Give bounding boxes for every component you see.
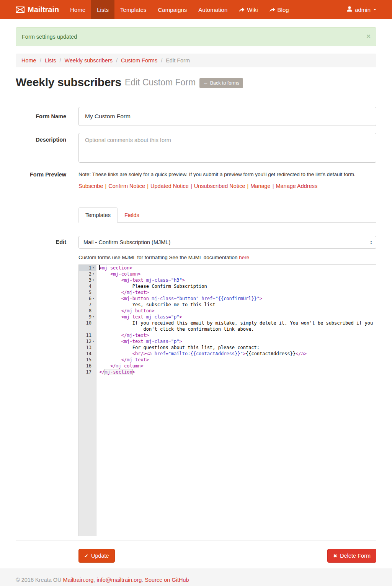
mjml-help-text: Custom forms use MJML for formatting See… xyxy=(78,255,376,260)
code-token xyxy=(99,314,121,320)
code-row: 12▾ <mj-text mj-class="p"> xyxy=(79,338,376,344)
breadcrumb-link-lists[interactable]: Lists xyxy=(45,57,56,64)
gutter-cell: 11 xyxy=(79,332,96,338)
link-separator: | xyxy=(189,183,194,189)
fold-arrow-icon[interactable]: ▾ xyxy=(91,277,95,283)
breadcrumb-link-custom-forms[interactable]: Custom Forms xyxy=(121,57,157,64)
description-textarea[interactable] xyxy=(78,133,376,163)
form-name-input[interactable] xyxy=(78,107,376,126)
update-button[interactable]: ✔ Update xyxy=(78,549,115,563)
code-token: <mj-text xyxy=(121,314,144,320)
nav-item-label: Home xyxy=(70,7,85,13)
template-select[interactable]: Mail - Confirm Subscription (MJML) xyxy=(78,236,376,249)
code-token: "button" xyxy=(176,296,199,301)
preview-link-manage-address[interactable]: Manage Address xyxy=(276,183,317,189)
link-separator: | xyxy=(271,183,276,189)
nav-item-templates[interactable]: Templates xyxy=(114,0,152,19)
code-token: Please Confirm Subscription xyxy=(99,284,207,289)
code-line: </mj-text> xyxy=(96,289,149,295)
code-token: <mj-button xyxy=(121,296,149,301)
tab-bar: TemplatesFields xyxy=(78,207,376,223)
code-line: <mj-text mj-class="p"> xyxy=(96,314,182,320)
footer-link-mailtrain-org[interactable]: Mailtrain.org xyxy=(63,577,94,583)
code-token: href= xyxy=(155,351,168,356)
edit-label: Edit xyxy=(16,236,66,536)
nav-item-automation[interactable]: Automation xyxy=(193,0,233,19)
line-number: 6 xyxy=(89,295,91,302)
code-token: > xyxy=(243,351,246,356)
link-separator: | xyxy=(145,183,150,189)
code-token: "p" xyxy=(171,314,180,320)
tab-templates[interactable]: Templates xyxy=(78,207,118,223)
nav-item-label: Templates xyxy=(120,7,146,13)
line-number: 10 xyxy=(86,320,91,326)
x-icon: ✖ xyxy=(333,553,337,559)
line-number: 4 xyxy=(89,283,91,289)
code-token xyxy=(99,357,121,362)
code-row: 4 Please Confirm Subscription xyxy=(79,283,376,289)
breadcrumb: Home/Lists/Weekly subscribers/Custom For… xyxy=(16,54,376,67)
fold-arrow-icon[interactable]: ▾ xyxy=(91,314,95,320)
delete-form-button[interactable]: ✖ Delete Form xyxy=(327,549,376,563)
preview-link-updated-notice[interactable]: Updated Notice xyxy=(150,183,189,189)
divider xyxy=(16,96,376,96)
mjml-docs-link[interactable]: here xyxy=(239,255,249,260)
close-icon[interactable]: × xyxy=(366,33,371,40)
divider xyxy=(16,540,376,541)
gutter-cell: 5 xyxy=(79,289,96,295)
preview-link-confirm-notice[interactable]: Confirm Notice xyxy=(108,183,145,189)
gutter-cell: 3▾ xyxy=(79,277,96,283)
nav-item-lists[interactable]: Lists xyxy=(91,0,114,19)
breadcrumb-link-home[interactable]: Home xyxy=(21,57,36,64)
breadcrumb-separator: / xyxy=(157,57,166,64)
nav-items: HomeListsTemplatesCampaignsAutomationWik… xyxy=(64,0,294,19)
preview-link-manage[interactable]: Manage xyxy=(250,183,270,189)
code-token: > xyxy=(180,314,182,320)
preview-link-subscribe[interactable]: Subscribe xyxy=(78,183,103,189)
code-row: 11 </mj-text> xyxy=(79,332,376,338)
line-number: 12 xyxy=(86,338,91,344)
footer-static-text: © 2016 Kreata OÜ xyxy=(16,577,63,583)
nav-item-blog[interactable]: Blog xyxy=(264,0,295,19)
gutter-cell: 2▾ xyxy=(79,271,96,277)
breadcrumb-link-weekly-subscribers[interactable]: Weekly subscribers xyxy=(65,57,113,64)
code-row: 6▾ <mj-button mj-class="button" href="{{… xyxy=(79,295,376,302)
nav-item-campaigns[interactable]: Campaigns xyxy=(152,0,193,19)
code-token xyxy=(99,290,121,295)
nav-item-label: Lists xyxy=(97,7,109,13)
back-to-forms-button[interactable]: ← Back to forms xyxy=(199,78,243,88)
code-token xyxy=(99,271,110,277)
tab-fields[interactable]: Fields xyxy=(118,207,146,223)
code-line: <mj-text mj-class="h3"> xyxy=(96,277,185,283)
description-label: Description xyxy=(16,133,66,163)
nav-item-wiki[interactable]: Wiki xyxy=(233,0,263,19)
code-token xyxy=(99,296,121,301)
fold-arrow-icon[interactable]: ▾ xyxy=(91,338,95,344)
code-token: "{{confirmUrl}}" xyxy=(215,296,260,301)
gutter-cell: 13 xyxy=(79,344,96,351)
code-editor[interactable]: 1▾<mj-section>2▾ <mj-column>3▾ <mj-text … xyxy=(78,264,376,536)
code-line: </mj-button> xyxy=(96,308,155,314)
code-token xyxy=(99,333,121,338)
page-title: Weekly subscribers xyxy=(16,76,121,89)
brand-logo[interactable]: Mailtrain xyxy=(16,0,59,19)
user-icon xyxy=(347,6,352,13)
code-line: If you received this email by mistake, s… xyxy=(96,320,373,326)
breadcrumb-separator: / xyxy=(113,57,121,64)
user-menu[interactable]: admin xyxy=(347,0,376,19)
footer-link-source-on-github[interactable]: Source on GitHub xyxy=(145,577,189,583)
fold-arrow-icon[interactable]: ▾ xyxy=(91,265,95,271)
fold-arrow-icon[interactable]: ▾ xyxy=(91,271,95,277)
code-row: 7 Yes, subscribe me to this list xyxy=(79,302,376,308)
footer-link-info-mailtrain-org[interactable]: info@mailtrain.org xyxy=(96,577,142,583)
link-separator: | xyxy=(245,183,250,189)
nav-item-label: Automation xyxy=(198,7,227,13)
nav-item-home[interactable]: Home xyxy=(64,0,91,19)
gutter-cell: 12▾ xyxy=(79,338,96,344)
code-token: href= xyxy=(201,296,215,301)
code-row: 1▾<mj-section> xyxy=(79,265,376,271)
preview-link-unsubscribed-notice[interactable]: Unsubscribed Notice xyxy=(194,183,245,189)
code-token: </mj-text> xyxy=(121,290,149,295)
code-row: 16 </mj-column> xyxy=(79,363,376,369)
fold-arrow-icon[interactable]: ▾ xyxy=(91,295,95,302)
